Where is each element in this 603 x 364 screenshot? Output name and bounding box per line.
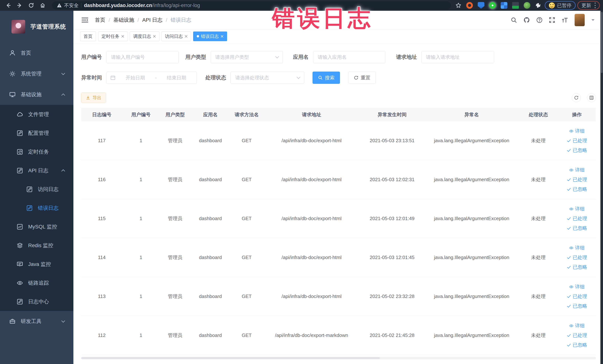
close-icon[interactable]: [153, 35, 156, 38]
column-settings-button[interactable]: [587, 93, 596, 102]
user-id-input[interactable]: [106, 51, 179, 63]
log-icon: [17, 167, 23, 174]
close-icon[interactable]: [220, 35, 223, 38]
filter-row-2: 异常时间 开始日期 - 结束日期 处理状态 搜索: [81, 71, 596, 84]
refresh-button[interactable]: [572, 93, 581, 102]
gear-icon: [9, 71, 16, 77]
tab-access-log[interactable]: 访问日志: [162, 32, 191, 41]
mark-processed-link[interactable]: 已处理: [567, 214, 587, 223]
mark-ignored-link[interactable]: 已忽略: [567, 185, 587, 194]
github-icon[interactable]: [523, 17, 530, 23]
breadcrumb-infrastructure[interactable]: 基础设施: [114, 16, 134, 23]
cell-exception: java.lang.IllegalArgumentException: [425, 121, 519, 160]
mark-processed-link[interactable]: 已处理: [567, 175, 587, 184]
detail-link[interactable]: 详细: [569, 127, 585, 136]
reset-button[interactable]: 重置: [348, 71, 376, 84]
url-host: dashboard.yudao.iocoder.cn: [84, 3, 152, 8]
site-security[interactable]: 不安全: [57, 2, 79, 9]
extension-icon-green-check[interactable]: [489, 2, 496, 9]
mark-ignored-link[interactable]: 已忽略: [567, 146, 587, 155]
search-icon[interactable]: [511, 17, 517, 23]
scrollbar-thumb[interactable]: [601, 12, 603, 73]
sidebar-item-api-log[interactable]: API 日志: [0, 161, 73, 180]
mark-ignored-link[interactable]: 已忽略: [567, 341, 587, 350]
cell-user-id: 1: [122, 121, 159, 160]
search-button[interactable]: 搜索: [313, 71, 340, 84]
sidebar-item-file-management[interactable]: 文件管理: [0, 105, 73, 124]
sidebar-item-dev-tools[interactable]: 研发工具: [0, 311, 73, 332]
home-icon[interactable]: [38, 1, 47, 10]
vertical-scrollbar[interactable]: [600, 11, 603, 364]
mark-processed-link[interactable]: 已处理: [567, 253, 587, 262]
close-icon[interactable]: [121, 35, 124, 38]
tab-label: 错误日志: [201, 33, 219, 39]
extension-icon-blue-grid[interactable]: [501, 2, 507, 9]
tab-schedule-log[interactable]: 调度日志: [130, 32, 159, 41]
extension-icon-orange-ring[interactable]: [466, 2, 473, 9]
caret-down-icon[interactable]: [591, 19, 595, 21]
back-icon[interactable]: [3, 1, 13, 10]
mark-processed-link[interactable]: 已处理: [567, 331, 587, 340]
mark-processed-link[interactable]: 已处理: [567, 292, 587, 301]
mark-processed-link[interactable]: 已处理: [567, 136, 587, 145]
browser-menu-icon[interactable]: [594, 3, 596, 8]
col-exception-time: 异常发生时间: [359, 108, 425, 121]
extension-icon-downloader-on[interactable]: [512, 2, 519, 9]
cell-exception: java.lang.IllegalArgumentException: [425, 238, 519, 277]
ignored-label: 已忽略: [573, 186, 587, 192]
sidebar-item-mysql-monitor[interactable]: MySQL 监控: [0, 217, 73, 236]
sidebar-item-access-log[interactable]: 访问日志: [0, 180, 73, 199]
sidebar-item-home[interactable]: 首页: [0, 43, 73, 63]
mark-ignored-link[interactable]: 已忽略: [567, 224, 587, 233]
hamburger-icon[interactable]: [81, 17, 88, 23]
scrollbar-thumb[interactable]: [81, 357, 380, 359]
detail-link[interactable]: 详细: [569, 205, 585, 213]
mark-ignored-link[interactable]: 已忽略: [567, 263, 587, 272]
tab-home[interactable]: 首页: [80, 32, 96, 41]
reload-icon[interactable]: [26, 1, 36, 10]
user-avatar[interactable]: [574, 14, 585, 26]
sidebar-item-trace[interactable]: 链路追踪: [0, 273, 73, 292]
extensions-puzzle-icon[interactable]: [535, 2, 541, 8]
sidebar-item-error-log[interactable]: 错误日志: [0, 199, 73, 217]
detail-link[interactable]: 详细: [569, 244, 585, 252]
task-icon: [17, 149, 23, 155]
process-status-select[interactable]: [231, 71, 304, 84]
sidebar-logo[interactable]: 芋道管理系统: [0, 11, 73, 43]
breadcrumb-home[interactable]: 首页: [95, 16, 105, 23]
export-button[interactable]: 导出: [81, 93, 106, 103]
browser-update-button[interactable]: 更新: [577, 1, 600, 10]
detail-link[interactable]: 详细: [569, 321, 585, 330]
sidebar-item-label: 系统管理: [21, 70, 42, 77]
font-size-icon[interactable]: [561, 17, 568, 23]
tab-scheduled-tasks[interactable]: 定时任务: [98, 32, 128, 41]
breadcrumb-api-log[interactable]: API 日志: [142, 16, 162, 23]
detail-link[interactable]: 详细: [569, 165, 585, 175]
sidebar-item-scheduled-tasks[interactable]: 定时任务: [0, 142, 73, 161]
forward-icon[interactable]: [15, 1, 24, 10]
help-icon[interactable]: [536, 17, 543, 23]
exception-time-range-picker[interactable]: 开始日期 - 结束日期: [106, 71, 197, 84]
extension-icon-blue-shield[interactable]: [478, 2, 484, 9]
request-url-input[interactable]: [421, 51, 494, 63]
horizontal-scrollbar[interactable]: [81, 357, 596, 359]
bookmark-star-icon[interactable]: [455, 2, 461, 8]
active-dot-icon: [197, 35, 199, 37]
address-bar[interactable]: 不安全 dashboard.yudao.iocoder.cn/infra/log…: [52, 1, 451, 10]
app-name-input[interactable]: [313, 51, 385, 63]
sidebar-item-java-monitor[interactable]: Java 监控: [0, 255, 73, 273]
breadcrumb-separator: /: [166, 17, 167, 23]
user-type-select[interactable]: [210, 51, 283, 63]
sidebar-item-config-management[interactable]: 配置管理: [0, 124, 73, 142]
close-icon[interactable]: [185, 35, 188, 38]
sidebar-item-system[interactable]: 系统管理: [0, 63, 73, 84]
mark-ignored-link[interactable]: 已忽略: [567, 302, 587, 311]
sidebar-item-log-center[interactable]: 日志中心: [0, 292, 73, 311]
sidebar-item-redis-monitor[interactable]: Redis 监控: [0, 236, 73, 255]
profile-paused-badge[interactable]: 已暂停: [545, 1, 576, 10]
fullscreen-icon[interactable]: [549, 17, 555, 23]
sidebar-item-infrastructure[interactable]: 基础设施: [0, 84, 73, 105]
extension-icon-green-plant[interactable]: [524, 2, 530, 9]
tab-error-log[interactable]: 错误日志: [193, 32, 227, 41]
detail-link[interactable]: 详细: [569, 282, 585, 291]
